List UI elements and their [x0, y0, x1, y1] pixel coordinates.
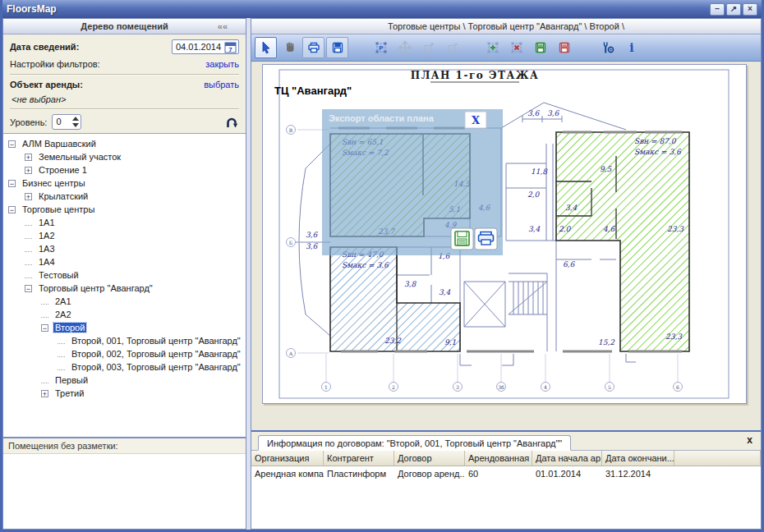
column-header[interactable]: Контрагент	[324, 451, 394, 466]
tree-item[interactable]: −Второй	[3, 321, 246, 334]
tree-item-label: Бизнес центры	[21, 178, 87, 188]
tree-item[interactable]: 1А2	[3, 229, 246, 242]
rent-object-value: <не выбран>	[12, 94, 239, 104]
app-title: FloorsMap	[7, 3, 57, 15]
tree-leaf-tick	[25, 232, 32, 239]
minimize-button[interactable]: –	[710, 3, 725, 16]
column-header[interactable]: Договор	[394, 451, 465, 466]
spin-down-icon[interactable]	[72, 123, 79, 127]
select-region-p-button[interactable]: P	[370, 37, 392, 58]
tree-item[interactable]: 1А3	[3, 242, 246, 255]
tree-item[interactable]: −Бизнес центры	[3, 177, 246, 190]
tree-leaf-tick	[25, 259, 32, 265]
column-header[interactable]: Дата окончани...	[602, 451, 674, 466]
tree-item[interactable]: +Крылатский	[3, 190, 246, 203]
tree-panel-header: Дерево помещений ««	[3, 19, 246, 34]
spin-up-icon[interactable]	[72, 117, 79, 121]
plan-viewport[interactable]: ПЛАН 1-го ЭТАЖА ТЦ "Авангард"	[251, 62, 761, 430]
rotate-level-icon[interactable]	[224, 115, 239, 130]
date-input[interactable]: 04.01.2014 7	[172, 39, 239, 54]
tree-toggle-plus-icon[interactable]: +	[25, 193, 32, 200]
select-arrow-button[interactable]	[255, 37, 277, 58]
zoom-in-box-button[interactable]	[417, 37, 440, 58]
maximize-button[interactable]: ↗	[726, 3, 741, 16]
tree-item[interactable]: 1А4	[3, 255, 246, 268]
axis-label: 4	[544, 384, 547, 390]
restore-icon: ↗	[730, 4, 737, 13]
column-header[interactable]: Дата начала ар...	[532, 451, 602, 466]
save-region-red-button[interactable]	[553, 37, 575, 58]
tree-panel-title: Дерево помещений	[81, 21, 168, 31]
tree-toggle-minus-icon[interactable]: −	[8, 180, 16, 187]
close-icon: ×	[748, 4, 752, 13]
move-cross-button[interactable]	[394, 37, 416, 58]
tree-item[interactable]: −Торговые центры	[3, 203, 246, 216]
tree-toggle-plus-icon[interactable]: +	[41, 390, 48, 397]
tree-item[interactable]: Второй, 001, Торговый центр "Авангард"	[3, 334, 246, 347]
tree-leaf-tick	[58, 351, 65, 357]
level-spinner[interactable]: 0	[52, 114, 81, 130]
collapse-panel-button[interactable]: ««	[218, 19, 228, 34]
save-region-green-button[interactable]	[529, 37, 551, 58]
info-button[interactable]: i	[620, 37, 642, 58]
export-print-button[interactable]	[475, 228, 497, 250]
select-arrow-icon	[259, 40, 274, 55]
date-label: Дата сведений:	[10, 42, 79, 52]
tree-toggle-plus-icon[interactable]: +	[25, 167, 32, 174]
region-add-button[interactable]	[481, 37, 504, 58]
calendar-icon[interactable]: 7	[224, 41, 237, 53]
title-bar: FloorsMap – ↗ ×	[2, 0, 762, 18]
print-button[interactable]	[302, 37, 324, 58]
rent-select-link[interactable]: выбрать	[204, 80, 239, 89]
room-area-label: Sмакс = 3,6	[634, 148, 682, 156]
tree-leaf-tick	[25, 219, 32, 226]
tree-item[interactable]: +Земельный участок	[3, 150, 246, 163]
axis-label: А	[289, 351, 293, 356]
tree-item[interactable]: 1А1	[3, 216, 246, 229]
contracts-close-icon: x	[747, 434, 752, 446]
save-button[interactable]	[326, 37, 348, 58]
zoom-out-box-button[interactable]	[441, 37, 463, 58]
filters-label: Настройки фильтров:	[10, 59, 100, 69]
tree-item[interactable]: Первый	[3, 374, 246, 387]
minimize-icon: –	[715, 4, 720, 13]
contracts-tab[interactable]: Информация по договорам: "Второй, 001, Т…	[258, 435, 571, 451]
settings-tools-button[interactable]	[596, 37, 619, 58]
contract-cell: 60	[465, 466, 532, 482]
export-save-button[interactable]	[451, 228, 473, 250]
pan-hand-button[interactable]	[278, 37, 301, 58]
tree-toggle-minus-icon[interactable]: −	[8, 140, 16, 148]
tree-toggle-minus-icon[interactable]: −	[41, 324, 48, 332]
tree-item[interactable]: −Торговый центр "Авангард"	[3, 282, 246, 295]
column-header[interactable]: Арендованная ...	[465, 451, 532, 466]
tree-item[interactable]: −АЛМ Варшавский	[3, 137, 246, 150]
tree-item[interactable]: +Строение 1	[3, 163, 246, 177]
contract-cell: 31.12.2014	[602, 466, 674, 482]
contracts-close-button[interactable]: x	[747, 435, 752, 445]
close-button[interactable]: ×	[743, 3, 757, 16]
tree-toggle-minus-icon[interactable]: −	[8, 206, 16, 213]
tree-item[interactable]: Второй, 003, Торговый центр "Авангард"	[3, 360, 246, 374]
floor-plan: ПЛАН 1-го ЭТАЖА ТЦ "Авангард"	[263, 65, 746, 403]
tree-item[interactable]: +Третий	[3, 387, 246, 400]
tree-toggle-plus-icon[interactable]: +	[25, 154, 32, 161]
tree-item-label: Третий	[53, 388, 85, 398]
tree-item[interactable]: Тестовый	[3, 268, 246, 282]
region-delete-icon	[509, 40, 524, 55]
tree-item[interactable]: 2А2	[3, 308, 246, 321]
tree-item[interactable]: Второй, 002, Торговый центр "Авангард"	[3, 347, 246, 360]
region-delete-button[interactable]	[505, 37, 527, 58]
tree-item[interactable]: 2А1	[3, 295, 246, 308]
contract-row[interactable]: Арендная компа...ПластинформДоговор арен…	[251, 466, 761, 482]
tree-item-label: Земельный участок	[37, 152, 122, 162]
rent-object-label: Объект аренды:	[10, 80, 83, 89]
tree-toggle-minus-icon[interactable]: −	[25, 285, 32, 292]
tree-item-label: Второй, 001, Торговый центр "Авангард"	[70, 336, 242, 346]
tree-item-label: Второй, 003, Торговый центр "Авангард"	[70, 362, 242, 372]
dimension-label: 11,8	[531, 167, 548, 176]
room-top-right[interactable]	[556, 132, 689, 351]
dimension-label: 3,4	[565, 204, 578, 212]
filters-close-link[interactable]: закрыть	[205, 59, 239, 69]
column-header[interactable]: Организация	[251, 451, 324, 466]
export-overlay-close-button[interactable]: X	[465, 112, 486, 128]
